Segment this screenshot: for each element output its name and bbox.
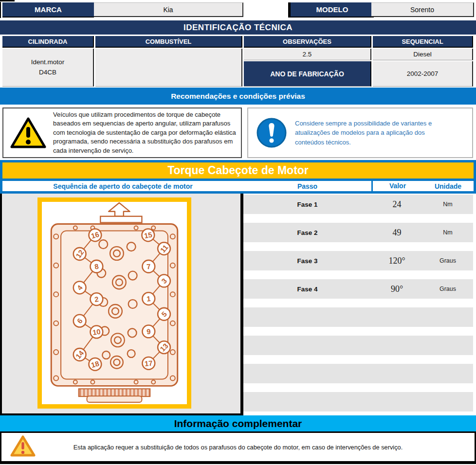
bolt-number: 17 [144, 359, 153, 368]
warning-box: Veículos que utilizam procedimentos de t… [2, 107, 242, 158]
bolt-number: 9 [146, 328, 151, 336]
col-header-cilindrada: CILINDRADA [2, 36, 94, 48]
identificacao-header-row: CILINDRADA COMBUSTÍVEL OBSERVAÇÕES SEQUE… [2, 36, 473, 48]
valor-column-header: Valor [371, 181, 422, 191]
torque-unidade: Graus [422, 286, 473, 292]
torque-unidade: Nm [422, 201, 473, 208]
diagram-panel: 161512118743216510914131817 [0, 194, 243, 415]
torque-row: Fase 124Nm [243, 195, 473, 214]
torque-valor: 49 [371, 228, 422, 238]
bottom-connector [79, 389, 150, 402]
warning-triangle-icon [3, 116, 53, 149]
torque-row [243, 392, 473, 411]
torque-row: Fase 3120°Graus [243, 251, 473, 270]
ano-fabricacao-header: ANO DE FABRICAÇÃO [244, 61, 371, 87]
sequencial-value [95, 49, 242, 87]
recomendacoes-banner: Recomendações e condições prévias [0, 88, 476, 105]
seq-column-header: Sequência de aperto do cabeçote de motor [2, 182, 243, 190]
modelo-header: MODELO [288, 2, 374, 18]
col-header-combustivel: COMBUSTÍVEL [95, 36, 242, 48]
observacoes-line2: D4CB [39, 68, 56, 77]
torque-valor: 24 [371, 199, 422, 210]
torque-passo: Fase 2 [243, 229, 371, 236]
bolt-number: 1 [146, 295, 151, 303]
warning-text: Veículos que utilizam procedimentos de t… [53, 110, 241, 155]
observacoes-value: Ident.motor D4CB [2, 49, 94, 87]
informacao-complementar-banner: Informação complementar [0, 415, 476, 431]
torque-row [243, 364, 473, 383]
modelo-value: Sorento [371, 2, 474, 17]
informacao-complementar-box: Esta aplicação requer a substituição de … [0, 431, 476, 464]
ano-fabricacao-value: 2002-2007 [373, 61, 473, 87]
marca-header: MARCA [2, 2, 94, 18]
recomendacoes-row: Veículos que utilizam procedimentos de t… [2, 107, 474, 158]
alert-triangle-icon [10, 435, 36, 459]
torque-passo: Fase 1 [243, 201, 371, 208]
unidade-column-header: Unidade [422, 182, 474, 190]
observacoes-line1: Ident.motor [31, 57, 64, 67]
informacao-complementar-text: Esta aplicação requer a substituição de … [30, 444, 447, 451]
torque-unidade: Graus [422, 257, 473, 264]
passo-column-header: Passo [243, 182, 371, 190]
info-circle-icon [248, 117, 295, 148]
page: MARCA Kia MODELO Sorento IDENTIFICAÇÃO T… [0, 0, 476, 465]
col-header-observacoes: OBSERVAÇÕES [244, 36, 371, 48]
torque-rows: Fase 124NmFase 249NmFase 3120°GrausFase … [243, 194, 476, 415]
marca-value: Kia [94, 2, 243, 17]
torque-main-row: 161512118743216510914131817 Fase 124NmFa… [0, 194, 476, 415]
diagram-frame: 161512118743216510914131817 [37, 197, 191, 409]
torque-row [243, 336, 473, 355]
torque-passo: Fase 3 [243, 257, 371, 265]
identificacao-data-grid: 2.5 Diesel Ident.motor D4CB ANO DE FABRI… [2, 49, 473, 87]
torque-row: Fase 249Nm [243, 223, 473, 242]
col-header-sequencial: SEQUENCIAL [373, 36, 473, 48]
identificacao-tecnica-banner: IDENTIFICAÇÃO TÉCNICA [0, 20, 476, 35]
cilindrada-value: 2.5 [244, 49, 371, 60]
torque-title: Torque Cabeçote de Motor [2, 162, 474, 179]
torque-valor: 90° [371, 284, 422, 294]
bolt-number: 10 [92, 328, 101, 337]
page-edge-mark [0, 0, 15, 1]
direction-arrow-icon [100, 203, 142, 223]
info-box: Considere sempre a possibilidade de vari… [247, 107, 473, 158]
bolt-number: 7 [146, 263, 151, 271]
torque-unidade: Nm [422, 229, 473, 236]
info-text: Considere sempre a possibilidade de vari… [295, 119, 472, 147]
torque-valor: 120° [371, 256, 422, 266]
head-bolt-sequence-svg: 161512118743216510914131817 [42, 202, 187, 404]
bolt-number: 15 [144, 231, 153, 240]
torque-row [243, 307, 473, 327]
combustivel-value: Diesel [373, 49, 473, 60]
torque-section-header: Torque Cabeçote de Motor Sequência de ap… [0, 160, 476, 194]
cylinder-head-diagram: 161512118743216510914131817 [42, 202, 187, 404]
torque-row: Fase 490°Graus [243, 279, 473, 299]
torque-passo: Fase 4 [243, 286, 371, 293]
top-bar: MARCA Kia MODELO Sorento [0, 2, 476, 18]
torque-subheader: Sequência de aperto do cabeçote de motor… [2, 181, 474, 191]
